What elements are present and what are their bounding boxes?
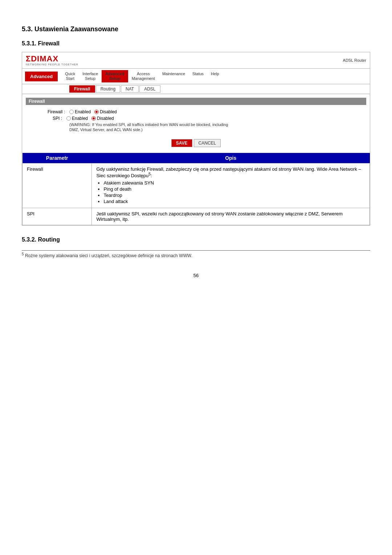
firewall-label: Firewall : [48,109,65,114]
firewall-section-bar: Firewall [26,98,366,105]
nav-label-quick-start: QuickStart [65,72,75,81]
edimax-logo: ΣDIMAX NETWORKING PEOPLE TOGETHER [26,54,78,66]
spi-disabled-option[interactable]: Disabled [91,116,114,121]
table-row-spi: SPI Jeśli uaktywnisz SPI, wszelki ruch z… [23,208,370,225]
save-button[interactable]: SAVE [171,139,192,147]
nav-label-help: Help [211,72,219,76]
nav-item-interface-setup[interactable]: InterfaceSetup [79,70,102,82]
nav-item-advanced-setup[interactable]: AdvancedSetup [102,70,128,82]
nav-label-interface-setup: InterfaceSetup [82,72,98,81]
product-label: ADSL Router [343,58,366,62]
spi-row: SPI : Enabled Disabled [48,116,359,121]
nav-item-help[interactable]: Help [207,70,223,82]
nav-items: QuickStart InterfaceSetup AdvancedSetup … [61,70,367,82]
spi-enabled-radio[interactable] [66,116,71,121]
firewall-disabled-radio[interactable] [94,110,99,114]
spi-warning: (WARNING: If You enabled SPI, all traffi… [69,122,359,127]
nav-item-access-management[interactable]: AccessManagement [128,70,159,82]
spi-enabled-option[interactable]: Enabled [66,116,88,121]
param-firewall: Firewall [23,163,92,208]
opis-spi: Jeśli uaktywnisz SPI, wszelki ruch zapoc… [92,208,370,225]
spi-warning2: DMZ, Virtual Server, and ACL WAN side.) [69,127,359,132]
firewall-bullet-list: Atakiem zalewania SYN Ping of death Tear… [103,180,365,204]
router-content: Firewall Firewall : Enabled Disabled [22,94,370,153]
firewall-row: Firewall : Enabled Disabled [48,109,359,114]
button-row: SAVE CANCEL [26,139,366,147]
nav-item-quick-start[interactable]: QuickStart [61,70,79,82]
opis-firewall: Gdy uaktywnisz funkcję Firewall, zabezpi… [92,163,370,208]
footnote-text: Rożne systemy atakowania sieci i urządze… [25,253,192,258]
firewall-enabled-option[interactable]: Enabled [69,109,91,114]
nav-active-label: Advanced [25,72,58,81]
nav-label-access-management: AccessManagement [132,72,155,81]
param-table: Parametr Opis Firewall Gdy uaktywnisz fu… [22,153,370,225]
spi-radio-group: Enabled Disabled [66,116,114,121]
tab-routing[interactable]: Routing [96,85,120,93]
router-tabs: Firewall Routing NAT ADSL [22,84,370,94]
param-col-header: Parametr [23,153,92,163]
nav-item-status[interactable]: Status [189,70,207,82]
cancel-button[interactable]: CANCEL [194,139,221,147]
page-number: 56 [22,273,370,278]
bullet-syn: Atakiem zalewania SYN [103,180,365,186]
spi-enabled-label: Enabled [72,116,88,121]
spi-label: SPI : [48,116,62,121]
tab-firewall[interactable]: Firewall [69,85,95,93]
footnote-number: 5 [22,252,24,256]
opis-firewall-text: Gdy uaktywnisz funkcję Firewall, zabezpi… [96,166,361,178]
firewall-radio-group: Enabled Disabled [69,109,117,114]
router-header: ΣDIMAX NETWORKING PEOPLE TOGETHER ADSL R… [22,52,370,69]
tab-nat[interactable]: NAT [121,85,139,93]
tab-adsl[interactable]: ADSL [139,85,160,93]
bullet-ping: Ping of death [103,186,365,192]
logo-main-text: ΣDIMAX [26,54,78,63]
footnote: 5 Rożne systemy atakowania sieci i urząd… [22,250,370,258]
nav-label-maintenance: Maintenance [162,72,185,76]
firewall-enabled-radio[interactable] [69,110,74,114]
bullet-teardrop: Teardrop [103,193,365,198]
logo-sub-text: NETWORKING PEOPLE TOGETHER [26,63,78,66]
router-nav: Advanced QuickStart InterfaceSetup Advan… [22,69,370,84]
subsection1-title: 5.3.1. Firewall [22,40,370,47]
subsection2-title: 5.3.2. Routing [22,236,370,243]
firewall-settings: Firewall : Enabled Disabled SPI : [26,108,366,135]
param-spi: SPI [23,208,92,225]
opis-col-header: Opis [92,153,370,163]
router-ui-box: ΣDIMAX NETWORKING PEOPLE TOGETHER ADSL R… [22,52,370,226]
section-title: 5.3. Ustawienia Zaawansowane [22,25,370,33]
nav-label-advanced-setup: AdvancedSetup [105,72,124,81]
firewall-disabled-option[interactable]: Disabled [94,109,117,114]
firewall-enabled-label: Enabled [75,109,91,114]
spi-disabled-label: Disabled [97,116,114,121]
nav-item-maintenance[interactable]: Maintenance [159,70,189,82]
spi-disabled-radio[interactable] [91,116,96,121]
nav-label-status: Status [192,72,204,76]
bullet-land: Land attack [103,199,365,204]
firewall-disabled-label: Disabled [100,109,117,114]
table-row-firewall: Firewall Gdy uaktywnisz funkcję Firewall… [23,163,370,208]
